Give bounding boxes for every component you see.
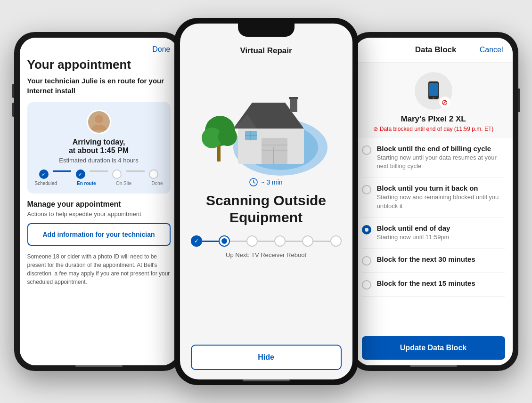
device-section: ⊘ Mary's PIxel 2 XL ⊘ Data blocked until… bbox=[354, 63, 513, 138]
vr-check-1: ✓ bbox=[194, 238, 199, 244]
step-label-enroute: En route bbox=[77, 181, 96, 186]
appointment-screen: Done Your appointment Your technician Ju… bbox=[20, 38, 178, 365]
db-option-text-0: Block until the end of billing cycle Sta… bbox=[377, 145, 505, 170]
device-name: Mary's PIxel 2 XL bbox=[401, 114, 466, 124]
appt-header: Done bbox=[27, 45, 171, 54]
svg-rect-9 bbox=[290, 98, 297, 112]
db-option-text-2: Block until end of day Starting now unti… bbox=[377, 224, 505, 242]
db-option-3[interactable]: Block for the next 30 minutes bbox=[362, 249, 505, 273]
power-button-3 bbox=[518, 89, 520, 112]
svg-rect-21 bbox=[429, 83, 438, 96]
svg-rect-7 bbox=[273, 147, 274, 164]
tech-card: Arriving today,at about 1:45 PM Estimate… bbox=[27, 102, 171, 193]
svg-rect-10 bbox=[289, 97, 298, 99]
db-option-sub-1: Starting now and remaining blocked until… bbox=[377, 193, 505, 210]
vr-line-3 bbox=[258, 241, 274, 242]
block-icon-small: ⊘ bbox=[373, 126, 378, 132]
db-option-title-4: Block for the next 15 minutes bbox=[377, 279, 505, 287]
line-1 bbox=[53, 170, 71, 172]
device-status-text: Data blocked until end of day (11:59 p.m… bbox=[380, 126, 493, 132]
house-illustration bbox=[200, 65, 332, 178]
db-option-1[interactable]: Block until you turn it back on Starting… bbox=[362, 177, 505, 217]
timer-text: ~ 3 min bbox=[261, 178, 282, 186]
progress-row: ✓ ✓ bbox=[35, 169, 163, 179]
db-option-title-3: Block for the next 30 minutes bbox=[377, 255, 505, 263]
vr-step-3 bbox=[246, 235, 258, 247]
appt-title: Your appointment bbox=[27, 57, 171, 72]
done-link[interactable]: Done bbox=[152, 45, 170, 54]
db-option-4[interactable]: Block for the next 15 minutes bbox=[362, 273, 505, 297]
tech-avatar bbox=[87, 110, 111, 134]
duration-text: Estimated duration is 4 hours bbox=[59, 157, 138, 164]
vr-up-next: Up Next: TV Receiver Reboot bbox=[226, 251, 306, 258]
vr-step-6 bbox=[330, 235, 342, 247]
radio-billing-cycle[interactable] bbox=[362, 145, 371, 155]
device-status: ⊘ Data blocked until end of day (11:59 p… bbox=[373, 126, 493, 132]
db-option-text-3: Block for the next 30 minutes bbox=[377, 255, 505, 263]
appt-subtitle: Your technician Julie is en route for yo… bbox=[27, 76, 171, 96]
db-option-text-4: Block for the next 15 minutes bbox=[377, 279, 505, 287]
step-circle-onsite bbox=[112, 169, 122, 179]
hide-button[interactable]: Hide bbox=[191, 345, 342, 370]
volume-up-button bbox=[12, 84, 14, 98]
vr-line-1 bbox=[202, 241, 219, 242]
db-option-sub-0: Starting now until your data resumes at … bbox=[377, 153, 505, 170]
notch bbox=[238, 24, 295, 37]
phone1-appointment: Done Your appointment Your technician Ju… bbox=[14, 32, 184, 371]
db-option-text-1: Block until you turn it back on Starting… bbox=[377, 184, 505, 210]
radio-inner-2 bbox=[365, 228, 368, 232]
phone3-data-block: Data Block Cancel ⊘ Mary's PIxel 2 XL bbox=[349, 32, 518, 371]
device-icon: ⊘ bbox=[415, 72, 452, 110]
step-enroute: ✓ bbox=[71, 169, 90, 179]
vr-step-5 bbox=[302, 235, 313, 247]
db-header: Data Block Cancel bbox=[354, 38, 513, 63]
step-label-scheduled: Scheduled bbox=[35, 181, 57, 186]
home-bar-1 bbox=[75, 365, 123, 367]
svg-point-0 bbox=[95, 115, 103, 123]
step-onsite bbox=[108, 169, 126, 179]
step-label-done: Done bbox=[152, 181, 163, 186]
vr-title: Virtual Repair bbox=[240, 46, 292, 56]
vr-step-1: ✓ bbox=[191, 235, 202, 247]
volume-down-button bbox=[12, 103, 14, 117]
db-option-title-0: Block until the end of billing cycle bbox=[377, 145, 505, 153]
vr-timer: ~ 3 min bbox=[249, 178, 282, 186]
add-info-button[interactable]: Add information for your technician bbox=[27, 223, 171, 246]
home-bar-2 bbox=[243, 379, 290, 381]
db-cancel-button[interactable]: Cancel bbox=[480, 46, 503, 54]
step-circle-done bbox=[149, 169, 158, 179]
db-options-list: Block until the end of billing cycle Sta… bbox=[354, 138, 513, 330]
vr-line-5 bbox=[313, 241, 330, 242]
clock-icon bbox=[249, 178, 258, 186]
arriving-text: Arriving today,at about 1:45 PM bbox=[69, 138, 129, 155]
radio-turn-back-on[interactable] bbox=[362, 185, 371, 194]
disclaimer-text: Someone 18 or older with a photo ID will… bbox=[27, 252, 171, 286]
update-data-block-button[interactable]: Update Data Block bbox=[362, 336, 505, 360]
svg-point-22 bbox=[433, 97, 434, 99]
db-option-title-1: Block until you turn it back on bbox=[377, 184, 505, 192]
db-option-0[interactable]: Block until the end of billing cycle Sta… bbox=[362, 138, 505, 177]
db-option-title-2: Block until end of day bbox=[377, 224, 505, 232]
manage-sub: Actions to help expedite your appointmen… bbox=[27, 210, 171, 218]
step-circle-scheduled: ✓ bbox=[39, 169, 49, 179]
manage-section: Manage your appointment Actions to help … bbox=[27, 200, 171, 286]
phone2-virtual-repair: Virtual Repair bbox=[174, 18, 358, 385]
manage-title: Manage your appointment bbox=[27, 200, 171, 209]
db-title: Data Block bbox=[415, 45, 457, 55]
svg-point-15 bbox=[218, 127, 237, 146]
db-option-2[interactable]: Block until end of day Starting now unti… bbox=[362, 218, 505, 249]
scan-title: Scanning Outside Equipment bbox=[180, 192, 352, 226]
virtual-repair-screen: Virtual Repair bbox=[180, 24, 352, 379]
vr-line-4 bbox=[286, 241, 302, 242]
line-3 bbox=[126, 170, 145, 172]
block-badge: ⊘ bbox=[439, 97, 450, 108]
radio-15-min[interactable] bbox=[362, 280, 371, 290]
step-circle-enroute: ✓ bbox=[76, 169, 85, 179]
radio-30-min[interactable] bbox=[362, 256, 371, 266]
checkmark-scheduled: ✓ bbox=[41, 171, 46, 177]
step-done bbox=[145, 169, 163, 179]
checkmark-enroute: ✓ bbox=[78, 171, 82, 177]
step-scheduled: ✓ bbox=[35, 169, 53, 179]
radio-end-of-day[interactable] bbox=[362, 225, 371, 234]
vr-step-2 bbox=[219, 235, 230, 247]
